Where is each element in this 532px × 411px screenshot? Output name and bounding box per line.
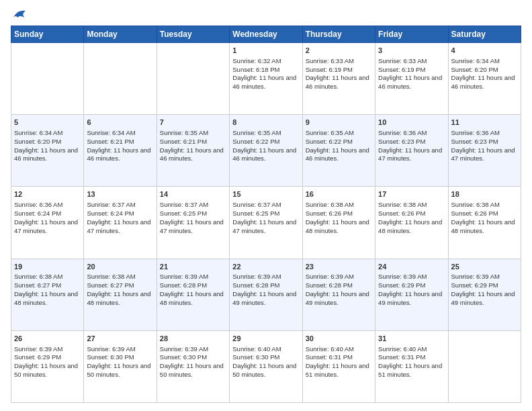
day-number: 1 bbox=[232, 46, 299, 56]
day-info: Sunset: 6:22 PM bbox=[232, 138, 299, 146]
day-info: Daylight: 11 hours and 48 minutes. bbox=[451, 218, 518, 236]
day-info: Daylight: 11 hours and 46 minutes. bbox=[378, 74, 445, 91]
day-info: Sunset: 6:27 PM bbox=[14, 281, 81, 290]
day-info: Sunrise: 6:38 AM bbox=[14, 273, 81, 281]
day-info: Daylight: 11 hours and 50 minutes. bbox=[87, 362, 153, 379]
day-info: Sunset: 6:29 PM bbox=[378, 281, 445, 290]
day-number: 20 bbox=[87, 262, 153, 272]
calendar-header-sunday: Sunday bbox=[11, 26, 84, 43]
day-info: Sunset: 6:30 PM bbox=[160, 353, 226, 362]
day-number: 31 bbox=[378, 334, 445, 344]
day-info: Sunrise: 6:39 AM bbox=[87, 345, 153, 354]
day-info: Daylight: 11 hours and 46 minutes. bbox=[451, 74, 518, 91]
day-info: Sunset: 6:23 PM bbox=[378, 138, 445, 146]
day-info: Sunrise: 6:36 AM bbox=[14, 201, 81, 210]
calendar-cell: 11Sunrise: 6:36 AMSunset: 6:23 PMDayligh… bbox=[448, 115, 521, 187]
day-number: 29 bbox=[232, 334, 299, 344]
day-info: Daylight: 11 hours and 50 minutes. bbox=[160, 362, 226, 379]
day-info: Sunrise: 6:34 AM bbox=[451, 57, 518, 66]
day-number: 13 bbox=[87, 189, 153, 199]
calendar-cell: 22Sunrise: 6:39 AMSunset: 6:28 PMDayligh… bbox=[230, 259, 302, 330]
day-info: Sunset: 6:24 PM bbox=[14, 210, 81, 218]
day-number: 12 bbox=[14, 189, 81, 199]
day-info: Sunset: 6:30 PM bbox=[87, 353, 153, 362]
logo-bird-icon bbox=[12, 8, 27, 20]
day-number: 9 bbox=[306, 118, 372, 128]
calendar-week-2: 5Sunrise: 6:34 AMSunset: 6:20 PMDaylight… bbox=[11, 115, 521, 187]
calendar-cell: 2Sunrise: 6:33 AMSunset: 6:19 PMDaylight… bbox=[302, 43, 375, 115]
day-info: Sunrise: 6:33 AM bbox=[306, 57, 372, 66]
day-info: Sunrise: 6:37 AM bbox=[160, 201, 226, 210]
day-info: Sunset: 6:29 PM bbox=[451, 281, 518, 290]
calendar-cell: 25Sunrise: 6:39 AMSunset: 6:29 PMDayligh… bbox=[448, 259, 521, 330]
day-info: Sunset: 6:26 PM bbox=[451, 210, 518, 218]
day-info: Sunrise: 6:38 AM bbox=[306, 201, 372, 210]
day-number: 26 bbox=[14, 334, 81, 344]
day-number: 24 bbox=[378, 262, 445, 272]
day-info: Sunrise: 6:35 AM bbox=[160, 129, 226, 138]
day-number: 17 bbox=[378, 189, 445, 199]
day-number: 10 bbox=[378, 118, 445, 128]
day-info: Daylight: 11 hours and 49 minutes. bbox=[451, 290, 518, 308]
day-info: Sunset: 6:28 PM bbox=[160, 281, 226, 290]
day-info: Sunrise: 6:40 AM bbox=[306, 345, 372, 354]
calendar-week-3: 12Sunrise: 6:36 AMSunset: 6:24 PMDayligh… bbox=[11, 187, 521, 259]
day-info: Sunrise: 6:40 AM bbox=[232, 345, 299, 354]
day-info: Daylight: 11 hours and 48 minutes. bbox=[306, 218, 372, 236]
day-info: Daylight: 11 hours and 46 minutes. bbox=[232, 74, 299, 91]
day-number: 3 bbox=[378, 46, 445, 56]
day-info: Daylight: 11 hours and 46 minutes. bbox=[160, 146, 226, 164]
day-number: 11 bbox=[451, 118, 518, 128]
day-info: Sunset: 6:20 PM bbox=[14, 138, 81, 146]
calendar-cell: 8Sunrise: 6:35 AMSunset: 6:22 PMDaylight… bbox=[230, 115, 302, 187]
day-info: Sunrise: 6:35 AM bbox=[306, 129, 372, 138]
day-number: 30 bbox=[306, 334, 372, 344]
day-info: Sunrise: 6:39 AM bbox=[160, 345, 226, 354]
calendar-cell: 30Sunrise: 6:40 AMSunset: 6:31 PMDayligh… bbox=[302, 330, 375, 402]
day-info: Sunset: 6:25 PM bbox=[232, 210, 299, 218]
day-number: 14 bbox=[160, 189, 226, 199]
calendar-cell: 9Sunrise: 6:35 AMSunset: 6:22 PMDaylight… bbox=[302, 115, 375, 187]
calendar-cell: 19Sunrise: 6:38 AMSunset: 6:27 PMDayligh… bbox=[11, 259, 84, 330]
day-info: Sunset: 6:21 PM bbox=[160, 138, 226, 146]
calendar-cell: 15Sunrise: 6:37 AMSunset: 6:25 PMDayligh… bbox=[230, 187, 302, 259]
day-number: 23 bbox=[306, 262, 372, 272]
page: SundayMondayTuesdayWednesdayThursdayFrid… bbox=[0, 0, 532, 411]
day-info: Sunrise: 6:39 AM bbox=[14, 345, 81, 354]
day-info: Sunset: 6:31 PM bbox=[378, 353, 445, 362]
calendar-cell: 3Sunrise: 6:33 AMSunset: 6:19 PMDaylight… bbox=[375, 43, 448, 115]
day-info: Sunrise: 6:32 AM bbox=[232, 57, 299, 66]
calendar-week-4: 19Sunrise: 6:38 AMSunset: 6:27 PMDayligh… bbox=[11, 259, 521, 330]
day-info: Sunset: 6:28 PM bbox=[232, 281, 299, 290]
day-info: Daylight: 11 hours and 46 minutes. bbox=[87, 146, 153, 164]
day-info: Daylight: 11 hours and 48 minutes. bbox=[378, 218, 445, 236]
day-info: Sunrise: 6:38 AM bbox=[378, 201, 445, 210]
calendar-cell: 31Sunrise: 6:40 AMSunset: 6:31 PMDayligh… bbox=[375, 330, 448, 402]
calendar-table: SundayMondayTuesdayWednesdayThursdayFrid… bbox=[11, 26, 521, 403]
day-info: Sunset: 6:22 PM bbox=[306, 138, 372, 146]
calendar-week-1: 1Sunrise: 6:32 AMSunset: 6:18 PMDaylight… bbox=[11, 43, 521, 115]
day-number: 22 bbox=[232, 262, 299, 272]
calendar-cell: 16Sunrise: 6:38 AMSunset: 6:26 PMDayligh… bbox=[302, 187, 375, 259]
day-number: 2 bbox=[306, 46, 372, 56]
day-info: Daylight: 11 hours and 50 minutes. bbox=[14, 362, 81, 379]
day-info: Sunrise: 6:34 AM bbox=[14, 129, 81, 138]
day-info: Daylight: 11 hours and 51 minutes. bbox=[378, 362, 445, 379]
day-info: Sunset: 6:30 PM bbox=[232, 353, 299, 362]
day-info: Sunset: 6:26 PM bbox=[378, 210, 445, 218]
day-info: Sunrise: 6:36 AM bbox=[451, 129, 518, 138]
day-info: Sunrise: 6:38 AM bbox=[87, 273, 153, 281]
calendar-cell: 24Sunrise: 6:39 AMSunset: 6:29 PMDayligh… bbox=[375, 259, 448, 330]
day-info: Sunrise: 6:38 AM bbox=[451, 201, 518, 210]
day-info: Sunrise: 6:36 AM bbox=[378, 129, 445, 138]
calendar-cell bbox=[448, 330, 521, 402]
calendar-cell: 23Sunrise: 6:39 AMSunset: 6:28 PMDayligh… bbox=[302, 259, 375, 330]
day-info: Daylight: 11 hours and 47 minutes. bbox=[87, 218, 153, 236]
logo bbox=[11, 8, 27, 20]
day-info: Sunrise: 6:39 AM bbox=[378, 273, 445, 281]
day-info: Daylight: 11 hours and 47 minutes. bbox=[451, 146, 518, 164]
calendar-cell: 10Sunrise: 6:36 AMSunset: 6:23 PMDayligh… bbox=[375, 115, 448, 187]
day-number: 19 bbox=[14, 262, 81, 272]
day-number: 15 bbox=[232, 189, 299, 199]
day-info: Sunset: 6:19 PM bbox=[306, 66, 372, 75]
